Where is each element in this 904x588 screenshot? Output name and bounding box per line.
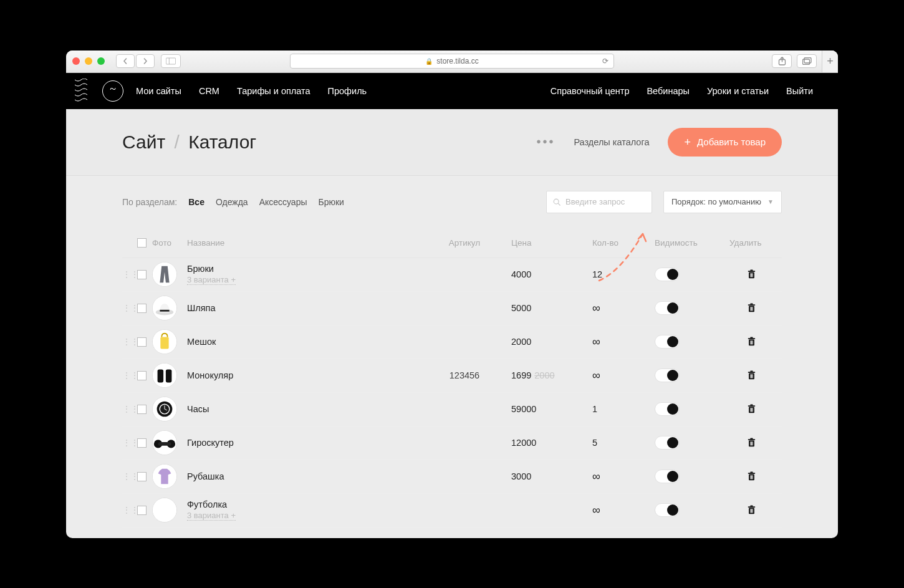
product-name: Мешок <box>187 337 418 347</box>
breadcrumb: Сайт / Каталог <box>122 132 256 153</box>
delete-button[interactable] <box>729 370 773 380</box>
breadcrumb-root[interactable]: Сайт <box>122 132 165 152</box>
browser-address-bar[interactable]: 🔒 store.tilda.cc ⟳ <box>290 54 614 69</box>
select-all-checkbox[interactable] <box>137 238 147 248</box>
filter-category-2[interactable]: Аксессуары <box>259 197 307 207</box>
nav-item-0[interactable]: Мои сайты <box>136 73 181 109</box>
drag-handle[interactable]: ⋮⋮ <box>122 471 137 481</box>
product-name-cell[interactable]: Часы <box>187 404 418 414</box>
product-variants[interactable]: 3 варианта + <box>187 511 236 521</box>
product-name-cell[interactable]: Рубашка <box>187 471 418 481</box>
product-name: Гироскутер <box>187 438 418 448</box>
product-name-cell[interactable]: Шляпа <box>187 303 418 313</box>
chevron-right-icon <box>142 58 148 64</box>
product-qty: 1 <box>592 404 655 414</box>
window-minimize-button[interactable] <box>85 57 92 65</box>
search-input[interactable] <box>565 197 645 206</box>
product-thumbnail[interactable] <box>152 397 177 422</box>
delete-button[interactable] <box>729 303 773 313</box>
nav-right-item-1[interactable]: Вебинары <box>647 86 690 96</box>
nav-right-item-2[interactable]: Уроки и статьи <box>707 86 769 96</box>
row-checkbox[interactable] <box>137 438 147 448</box>
browser-back-button[interactable] <box>116 54 135 68</box>
drag-handle[interactable]: ⋮⋮ <box>122 438 137 448</box>
product-name-cell[interactable]: Брюки3 варианта + <box>187 264 418 285</box>
row-checkbox[interactable] <box>137 472 147 481</box>
nav-item-3[interactable]: Профиль <box>328 73 367 109</box>
delete-button[interactable] <box>729 269 773 279</box>
search-box[interactable] <box>546 191 652 213</box>
svg-rect-18 <box>748 304 755 306</box>
delete-button[interactable] <box>729 337 773 347</box>
filter-category-1[interactable]: Одежда <box>216 197 248 207</box>
product-name-cell[interactable]: Монокуляр <box>187 370 418 380</box>
svg-rect-55 <box>158 442 171 446</box>
row-checkbox[interactable] <box>137 270 147 279</box>
svg-rect-39 <box>752 374 753 378</box>
visibility-toggle[interactable] <box>655 301 680 315</box>
svg-rect-36 <box>750 370 753 372</box>
product-thumbnail[interactable] <box>152 262 177 287</box>
filter-category-0[interactable]: Все <box>188 197 204 207</box>
catalog-sections-link[interactable]: Разделы каталога <box>574 137 649 147</box>
browser-forward-button[interactable] <box>136 54 155 68</box>
app-logo[interactable]: ~ <box>102 80 123 102</box>
delete-button[interactable] <box>729 505 773 515</box>
nav-item-1[interactable]: CRM <box>199 73 219 109</box>
browser-tabs-button[interactable] <box>797 54 817 68</box>
product-name-cell[interactable]: Гироскутер <box>187 438 418 448</box>
plus-icon: + <box>684 137 691 148</box>
browser-right-controls: + <box>772 51 832 73</box>
product-name-cell[interactable]: Мешок <box>187 337 418 347</box>
window-zoom-button[interactable] <box>97 57 105 65</box>
browser-sidebar-button[interactable] <box>161 54 181 68</box>
row-checkbox[interactable] <box>137 506 147 515</box>
nav-right-item-3[interactable]: Выйти <box>786 86 813 96</box>
window-close-button[interactable] <box>72 57 80 65</box>
svg-rect-72 <box>750 505 753 506</box>
reload-icon[interactable]: ⟳ <box>602 57 608 65</box>
row-checkbox[interactable] <box>137 405 147 414</box>
delete-button[interactable] <box>729 438 773 448</box>
row-checkbox[interactable] <box>137 304 147 313</box>
breadcrumb-separator: / <box>175 132 180 152</box>
product-thumbnail[interactable] <box>152 329 177 354</box>
drag-handle[interactable]: ⋮⋮ <box>122 370 137 380</box>
product-thumbnail[interactable] <box>152 296 177 321</box>
col-visibility: Видимость <box>655 238 729 248</box>
nav-right-item-0[interactable]: Справочный центр <box>551 86 630 96</box>
row-checkbox[interactable] <box>137 337 147 347</box>
product-thumbnail[interactable] <box>152 430 177 455</box>
product-thumbnail[interactable] <box>152 363 177 388</box>
product-thumbnail[interactable] <box>152 464 177 489</box>
drag-handle[interactable]: ⋮⋮ <box>122 337 137 347</box>
more-menu-button[interactable]: ••• <box>536 135 555 149</box>
visibility-toggle[interactable] <box>655 267 680 281</box>
nav-item-2[interactable]: Тарифы и оплата <box>237 73 310 109</box>
drag-handle[interactable]: ⋮⋮ <box>122 505 137 515</box>
filter-category-3[interactable]: Брюки <box>319 197 344 207</box>
row-checkbox[interactable] <box>137 371 147 380</box>
svg-rect-61 <box>752 441 753 445</box>
col-price: Цена <box>511 238 592 248</box>
visibility-toggle[interactable] <box>655 503 680 517</box>
filter-label: По разделам: <box>122 197 177 207</box>
drag-handle[interactable]: ⋮⋮ <box>122 303 137 313</box>
browser-share-button[interactable] <box>772 54 792 68</box>
visibility-toggle[interactable] <box>655 470 680 483</box>
product-name-cell[interactable]: Футболка3 варианта + <box>187 499 418 521</box>
visibility-toggle[interactable] <box>655 436 680 450</box>
sort-dropdown[interactable]: Порядок: по умолчанию ▼ <box>663 191 782 213</box>
visibility-toggle[interactable] <box>655 335 680 349</box>
delete-button[interactable] <box>729 471 773 481</box>
drag-handle[interactable]: ⋮⋮ <box>122 269 137 279</box>
product-variants[interactable]: 3 варианта + <box>187 275 236 285</box>
app-header: ~ Мои сайтыCRMТарифы и оплатаПрофиль Спр… <box>66 73 838 109</box>
delete-button[interactable] <box>729 404 773 414</box>
drag-handle[interactable]: ⋮⋮ <box>122 404 137 414</box>
product-thumbnail[interactable] <box>152 498 177 523</box>
add-product-button[interactable]: + Добавить товар <box>668 128 782 157</box>
visibility-toggle[interactable] <box>655 369 680 382</box>
browser-new-tab-button[interactable]: + <box>822 51 838 73</box>
visibility-toggle[interactable] <box>655 402 680 416</box>
